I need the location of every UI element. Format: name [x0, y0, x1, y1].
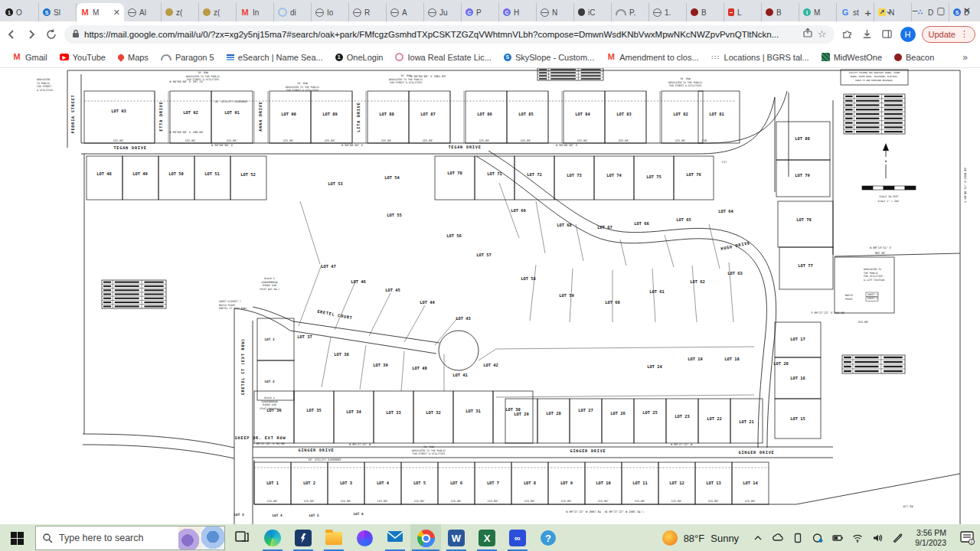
- bookmark-onelogin[interactable]: 1OneLogin: [331, 51, 388, 64]
- notification-center-button[interactable]: 1: [954, 524, 980, 551]
- bookmark-paragon-5[interactable]: Paragon 5: [156, 51, 219, 64]
- map-text: LOT 58: [521, 276, 535, 281]
- map-text: GINGERBREAD: [261, 281, 277, 284]
- browser-tab-20[interactable]: L: [724, 3, 762, 21]
- back-button[interactable]: [5, 28, 18, 41]
- address-bar[interactable]: https://mail.google.com/mail/u/0/?zx=xg2…: [64, 25, 835, 44]
- phone-icon[interactable]: [788, 524, 808, 551]
- browser-tab-2[interactable]: SSl: [39, 3, 77, 21]
- map-text: LOT 68: [557, 223, 571, 227]
- map-text: 115.00': [744, 500, 756, 503]
- maximize-button[interactable]: ▢: [928, 0, 954, 21]
- browser-tab-19[interactable]: B: [687, 3, 724, 21]
- profile-avatar[interactable]: H: [900, 27, 916, 42]
- browser-tab-16[interactable]: iC: [574, 3, 612, 21]
- map-text: 115.00': [413, 500, 425, 503]
- wifi-icon[interactable]: [848, 524, 867, 551]
- browser-tab-1[interactable]: 1O: [2, 3, 39, 21]
- browser-tab-18[interactable]: 1.: [649, 3, 687, 21]
- taskbar-app-task-view[interactable]: [227, 524, 257, 551]
- browser-tab-7[interactable]: MIn: [237, 3, 274, 21]
- map-text: LOT 31: [466, 409, 480, 413]
- browser-tab-3[interactable]: MM✕: [77, 3, 124, 21]
- browser-tab-5[interactable]: z(: [162, 3, 199, 21]
- bookmark-maps[interactable]: Maps: [113, 51, 153, 64]
- browser-tab-12[interactable]: Ju: [424, 3, 462, 21]
- start-button[interactable]: [0, 524, 34, 551]
- bookmark-beacon[interactable]: Beacon: [890, 51, 939, 64]
- volume-icon[interactable]: [867, 524, 887, 551]
- cloud-icon[interactable]: [768, 524, 788, 551]
- taskbar-app-microsoft-365[interactable]: [349, 524, 380, 551]
- map-text: 50' ROW: [297, 82, 308, 85]
- tab-close-icon[interactable]: ✕: [113, 8, 120, 18]
- minimize-button[interactable]: –: [902, 0, 928, 21]
- bookmark-esearch-name-sea[interactable]: eSearch | Name Sea...: [222, 51, 328, 64]
- system-tray: 88°F Sunny 3:56 PM 9/1/2023 1: [655, 524, 980, 551]
- new-tab-button[interactable]: +: [860, 3, 876, 21]
- map-text: LOT 62: [690, 279, 704, 284]
- taskbar-clock[interactable]: 3:56 PM 9/1/2023: [909, 528, 952, 548]
- taskbar-app-chrome[interactable]: [410, 524, 441, 551]
- extensions-icon[interactable]: [841, 28, 854, 41]
- close-button[interactable]: ✕: [954, 0, 980, 21]
- map-text: LOT 79: [795, 173, 809, 178]
- tab-search-icon[interactable]: ⌄: [876, 0, 902, 21]
- browser-menu-icon[interactable]: ⋮: [960, 29, 969, 39]
- taskbar-app-edge[interactable]: [257, 524, 288, 551]
- browser-tab-4[interactable]: Al: [124, 3, 162, 21]
- browser-tab-14[interactable]: CH: [499, 3, 537, 21]
- taskbar-app-blue-app[interactable]: [288, 524, 318, 551]
- reload-button[interactable]: [44, 28, 58, 41]
- browser-tab-21[interactable]: B: [762, 3, 799, 21]
- map-text: FOR UTILITIES: [864, 275, 883, 278]
- browser-tab-15[interactable]: N: [537, 3, 574, 21]
- plat-map-drawing[interactable]: UTILITY SYSTEMS FOR SANITARY SEWER, STOR…: [0, 68, 980, 524]
- taskbar-app-file-explorer[interactable]: [318, 524, 349, 551]
- tab-label: M: [93, 8, 99, 17]
- forward-button[interactable]: [24, 28, 38, 41]
- side-panel-icon[interactable]: [880, 28, 894, 41]
- bookmark-star-icon[interactable]: ☆: [818, 28, 827, 40]
- bookmark-locations-bgrs-tal[interactable]: :::Locations | BGRS tal...: [707, 51, 814, 64]
- taskbar-weather[interactable]: 88°F Sunny: [655, 530, 746, 546]
- bookmarks-overflow-button[interactable]: »: [958, 52, 972, 63]
- search-highlight-image[interactable]: [178, 527, 224, 549]
- pen-icon[interactable]: [887, 524, 907, 551]
- browser-tab-10[interactable]: R: [349, 3, 387, 21]
- bookmark-youtube[interactable]: ▶YouTube: [55, 51, 110, 64]
- map-text: LOT 11: [632, 481, 647, 485]
- taskbar-app-mail[interactable]: [380, 524, 410, 551]
- map-text: 50' ROW: [680, 77, 691, 80]
- browser-tab-22[interactable]: ⌇M: [799, 3, 837, 21]
- edge-badge-icon[interactable]: [808, 524, 828, 551]
- browser-tab-9[interactable]: Io: [312, 3, 349, 21]
- map-text: LOT 22: [707, 416, 721, 421]
- map-text: LOT 17: [790, 337, 805, 341]
- taskbar-app-get-help[interactable]: ?: [533, 524, 564, 551]
- bookmark-gmail[interactable]: MGmail: [8, 51, 52, 64]
- globe-icon: [541, 8, 549, 17]
- browser-tab-11[interactable]: A: [387, 3, 424, 21]
- share-icon[interactable]: [802, 28, 813, 41]
- download-icon[interactable]: [861, 28, 874, 41]
- browser-tab-17[interactable]: P.: [612, 3, 649, 21]
- browser-tab-6[interactable]: z(: [199, 3, 237, 21]
- taskbar-search-box[interactable]: Type here to search: [35, 526, 225, 550]
- taskbar-app-meeting-app[interactable]: ∞: [502, 524, 533, 551]
- chevron-up-icon[interactable]: [748, 524, 768, 551]
- map-text: LOT 92: [183, 110, 198, 115]
- browser-tab-8[interactable]: di: [274, 3, 312, 21]
- battery-icon[interactable]: [828, 524, 848, 551]
- bookmark-amendment-to-clos[interactable]: MAmendment to clos...: [602, 51, 703, 64]
- taskbar-app-excel[interactable]: X: [472, 524, 502, 551]
- bookmark-midwestone[interactable]: MidWestOne: [817, 51, 887, 64]
- taskbar-app-word[interactable]: W: [441, 524, 472, 551]
- browser-tab-13[interactable]: CP: [462, 3, 499, 21]
- page-content-plat-map[interactable]: UTILITY SYSTEMS FOR SANITARY SEWER, STOR…: [0, 68, 980, 524]
- map-text: 18' UTILITY EASEMENT: [308, 458, 341, 461]
- bookmark-skyslope-custom[interactable]: SSkySlope - Custom...: [499, 51, 599, 64]
- bookmark-iowa-real-estate-lic[interactable]: Iowa Real Estate Lic...: [390, 51, 495, 64]
- apple-icon: [578, 8, 585, 16]
- update-button[interactable]: Update ⋮: [922, 26, 975, 43]
